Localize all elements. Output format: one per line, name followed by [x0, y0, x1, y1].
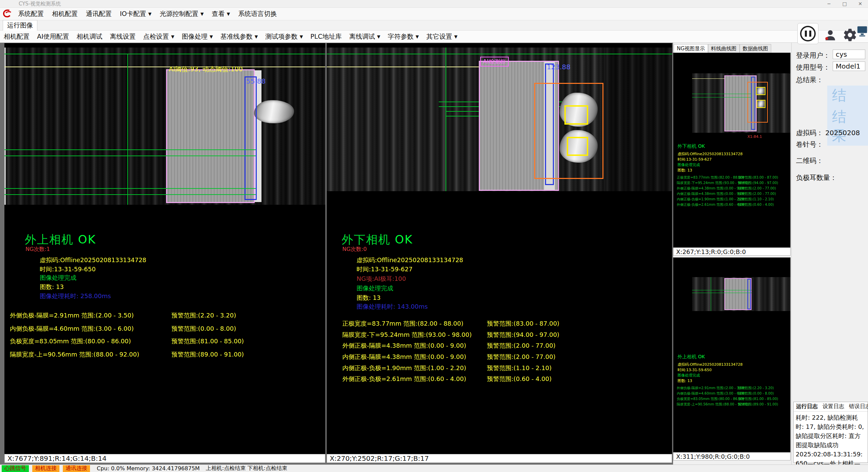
thumb-time: 时间:13-31-59-650	[677, 367, 712, 373]
thumb-green-vline	[711, 277, 711, 311]
measurement-warn: 预警范围:(83.00 - 87.00)	[487, 320, 559, 328]
tool-offline-debug[interactable]: 离线调试 ▾	[345, 31, 384, 42]
measurement-text: 内侧正极-负极=1.90mm 范围:(1.00 - 2.20)	[342, 364, 466, 372]
thumb-title: 外上相机 OK	[677, 354, 705, 360]
ng-item-label: NG项:AI极耳:100	[357, 275, 406, 283]
metal-tab-blob	[254, 100, 294, 123]
tab-setting-log[interactable]: 设置日志	[820, 402, 847, 411]
green-line-1	[4, 149, 256, 150]
thumb-yellow-line	[692, 78, 726, 79]
measurement-warn: 预警范围:(0.00 - 8.00)	[171, 325, 236, 333]
camera-connect-badge: 相机连接	[32, 465, 59, 472]
tab-run-log[interactable]: 运行日志	[794, 402, 820, 411]
tool-image-process[interactable]: 图像处理 ▾	[178, 31, 217, 42]
thumb-measure: 外侧正极-负极=2.61mm 范围:(0.60 - 4.00)	[677, 202, 746, 207]
right-camera-viewport[interactable]: AI检测框 123.88 外下相机 OK NG次数:0 虚拟码:Offline2…	[327, 43, 672, 454]
measurement-text: 内侧正极-隔膜=4.38mm 范围:(0.00 - 9.00)	[342, 353, 466, 361]
tool-camera-debug[interactable]: 相机调试	[73, 31, 106, 42]
vertical-green-line	[127, 54, 128, 205]
measurement-text: 隔膜宽度-下=95.24mm 范围:(93.00 - 98.00)	[342, 331, 472, 339]
tab-line-curve[interactable]: 料线曲线图	[708, 44, 740, 53]
model-label: 使用型号：	[796, 63, 830, 72]
menu-camera-config[interactable]: 相机配置	[48, 8, 82, 20]
tool-ai-config[interactable]: AI使用配置	[33, 31, 73, 42]
menu-comm-config[interactable]: 通讯配置	[82, 8, 116, 20]
thumb-measure-warn: 预警范围:(83.00 - 87.00)	[738, 175, 778, 180]
thumb-camera-result: OK	[698, 143, 705, 149]
tool-baseline-params[interactable]: 基准线参数 ▾	[217, 31, 262, 42]
tab-error-log[interactable]: 错误日志	[847, 402, 868, 411]
electrode-region-magenta-box	[166, 69, 255, 203]
thumb-virtual-code: 虚拟码:Offline20250208133134728	[677, 151, 743, 157]
thumb-measure: 外侧负极-隔膜=2.91mm 范围:(2.00 - 3.50)	[677, 386, 746, 391]
left-camera-viewport[interactable]: AI阈值:93, 动态阈值:100 55.88 外上相机 OK NG次数:1 虚…	[4, 43, 325, 454]
menu-language[interactable]: 系统语言切换	[234, 8, 281, 20]
menu-io-config[interactable]: IO卡配置 ▾	[116, 8, 156, 20]
title-bar: CYS-视觉检测系统 ─ □ ✕	[0, 0, 868, 8]
baseline-green-top	[327, 54, 672, 54]
user-button[interactable]	[822, 26, 839, 43]
virtual-code-label: 虚拟码：	[796, 129, 823, 137]
measurement-text: 外侧正极-隔膜=4.38mm 范围:(0.00 - 9.00)	[342, 342, 466, 350]
camera-result-ok: OK	[395, 233, 413, 246]
thumb-frames: 图数: 13	[677, 378, 692, 383]
model-value-dropdown[interactable]: Model1	[833, 61, 865, 71]
pause-button[interactable]	[797, 23, 818, 44]
virtual-code-label: 虚拟码:Offline20250208133134728	[40, 256, 146, 264]
tool-other-settings[interactable]: 其它设置 ▾	[422, 31, 461, 42]
thumb-camera-result: OK	[698, 354, 705, 359]
tab-run-image[interactable]: 运行图像	[3, 20, 37, 31]
maximize-button[interactable]: □	[837, 0, 852, 8]
measurement-warn: 预警范围:(81.00 - 85.00)	[171, 337, 244, 345]
menu-view[interactable]: 查看 ▾	[208, 8, 234, 20]
menu-bar: 系统配置 相机配置 通讯配置 IO卡配置 ▾ 光源控制配置 ▾ 查看 ▾ 系统语…	[0, 8, 868, 20]
heartbeat-badge: 心跳信号	[2, 465, 29, 472]
tool-offline-setting[interactable]: 离线设置	[106, 31, 140, 42]
blue-measure-value: 55.88	[246, 77, 266, 85]
user-value-field: cys	[833, 50, 865, 59]
tool-check-setting[interactable]: 点检设置 ▾	[140, 31, 178, 42]
thumb-measure-warn: 预警范围:(1.10 - 2.10)	[738, 197, 774, 202]
settings-button[interactable]	[842, 26, 858, 43]
vertical-green-line	[446, 48, 446, 191]
menu-light-config[interactable]: 光源控制配置 ▾	[156, 8, 208, 20]
ai-detect-box-label: AI检测框	[480, 57, 509, 67]
total-result-label: 总结果：	[796, 75, 823, 85]
comm-connect-badge: 通讯连接	[63, 465, 90, 472]
roll-number-label: 卷针号：	[796, 140, 823, 149]
thumb-yellow-box-2	[757, 100, 765, 108]
menu-system-config[interactable]: 系统配置	[14, 8, 48, 20]
user-label: 登录用户：	[796, 51, 830, 60]
tab-ng-view[interactable]: NG视图显示	[674, 44, 708, 53]
thumb-measure: 外侧正极-隔膜=4.38mm 范围:(0.00 - 9.00)	[677, 186, 746, 191]
right-camera-coordinate-bar: X:270;Y:2502;R:17;G:17;B:17	[327, 454, 672, 463]
qr-code-label: 二维码：	[796, 156, 823, 165]
monitor-button[interactable]	[856, 25, 868, 40]
thumb-measure: 内侧负极-隔膜=4.60mm 范围:(3.00 - 6.00)	[677, 391, 746, 396]
frame-count-label: 图数: 13	[357, 294, 381, 302]
thumb-camera-name: 外下相机	[677, 143, 697, 149]
thumb-measure-warn: 预警范围:(0.60 - 4.00)	[738, 202, 774, 207]
thumb-green-line-1	[692, 290, 752, 290]
tool-camera-config[interactable]: 相机配置	[0, 31, 33, 42]
thumb-measure: 内侧正极-隔膜=4.38mm 范围:(0.00 - 9.00)	[677, 192, 746, 196]
ng-thumbnail-1[interactable]: X1:84.1 外下相机 OK 虚拟码:Offline2025020813313…	[673, 53, 791, 248]
process-time-label: 图像处理耗时: 143.00ms	[357, 303, 428, 311]
thumb-title: 外下相机 OK	[677, 143, 705, 149]
thumb-time: 时间:13-31-59-627	[677, 157, 712, 162]
measurement-warn: 预警范围:(94.00 - 97.00)	[487, 331, 559, 339]
minimize-button[interactable]: ─	[821, 0, 837, 8]
tool-plc-library[interactable]: PLC地址库	[307, 31, 345, 42]
thumb-virtual-code: 虚拟码:Offline20250208133134728	[677, 362, 743, 367]
measurement-warn: 预警范围:(2.00 - 77.00)	[487, 353, 556, 361]
close-button[interactable]: ✕	[852, 0, 868, 8]
thumb-measure-warn: 预警范围:(2.20 - 3.20)	[738, 386, 774, 391]
defect-yellow-box-2	[567, 137, 588, 156]
camera-result-ok: OK	[78, 233, 96, 246]
thumb-green-line-2	[692, 293, 752, 293]
tool-test-params[interactable]: 测试项参数 ▾	[261, 31, 307, 42]
tab-data-curve[interactable]: 数据曲线图	[740, 44, 771, 53]
tool-char-params[interactable]: 字符参数 ▾	[384, 31, 423, 42]
ng-thumbnail-2[interactable]: 外上相机 OK 虚拟码:Offline20250208133134728 时间:…	[673, 257, 791, 452]
thumb-frames: 图数: 13	[677, 168, 692, 173]
